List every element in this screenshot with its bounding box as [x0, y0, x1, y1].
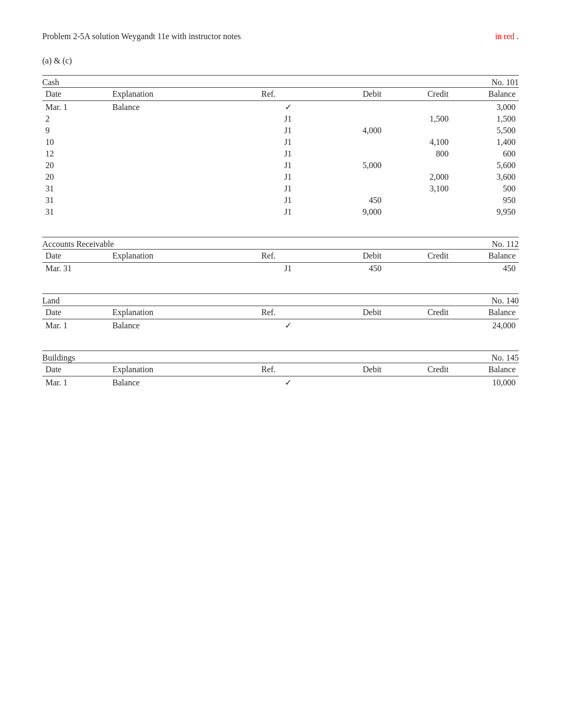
page-title-note-suffix: . [515, 32, 519, 41]
cell: J1 [258, 148, 318, 160]
ledger-table-3: DateExplanationRef.DebitCreditBalanceMar… [42, 363, 519, 389]
table-row: 31J13,100500 [42, 183, 519, 195]
col-header-credit: Credit [385, 250, 452, 263]
cell [109, 113, 258, 125]
cell [317, 183, 385, 195]
table-row: 10J14,1001,400 [42, 136, 519, 148]
cell [109, 206, 258, 218]
ledger-number-2: No. 140 [491, 296, 519, 306]
cell: 10 [42, 136, 109, 148]
table-row: 9J14,0005,500 [42, 125, 519, 136]
ledger-table-1: DateExplanationRef.DebitCreditBalanceMar… [42, 249, 519, 274]
cell [109, 171, 258, 183]
col-header-explanation: Explanation [109, 250, 258, 263]
cell: 31 [42, 195, 109, 206]
cell: 1,500 [385, 113, 452, 125]
cell: J1 [258, 195, 318, 206]
cell: 9 [42, 125, 109, 136]
table-row: Mar. 1Balance✓24,000 [42, 319, 519, 332]
cell: 450 [317, 263, 385, 275]
page-title-note: in red [495, 32, 515, 41]
col-header-balance: Balance [452, 88, 519, 101]
ledger-name-1: Accounts Receivable [42, 239, 114, 249]
cell: 2,000 [385, 171, 452, 183]
cell [317, 319, 385, 332]
col-header-date: Date [42, 306, 109, 319]
cell: Balance [109, 101, 258, 114]
cell [109, 125, 258, 136]
ledger-block-accounts-receivable: Accounts ReceivableNo. 112DateExplanatio… [42, 237, 519, 274]
cell [317, 113, 385, 125]
ledger-block-cash: CashNo. 101DateExplanationRef.DebitCredi… [42, 75, 519, 218]
cell [109, 195, 258, 206]
table-row: 20J12,0003,600 [42, 171, 519, 183]
col-header-balance: Balance [452, 363, 519, 376]
ledger-name-0: Cash [42, 78, 59, 87]
col-header-ref: Ref. [258, 88, 318, 101]
col-header-ref: Ref. [258, 250, 318, 263]
cell [385, 319, 452, 332]
cell: J1 [258, 183, 318, 195]
ledger-number-0: No. 101 [491, 78, 519, 87]
cell: 5,500 [452, 125, 519, 136]
table-row: 12J1800600 [42, 148, 519, 160]
ledger-header-0: CashNo. 101 [42, 75, 519, 87]
cell: Balance [109, 319, 258, 332]
cell: J1 [258, 125, 318, 136]
cell [109, 263, 258, 275]
cell [317, 171, 385, 183]
table-row: Mar. 1Balance✓10,000 [42, 376, 519, 389]
ledger-header-3: BuildingsNo. 145 [42, 351, 519, 363]
col-header-debit: Debit [317, 306, 385, 319]
cell: 31 [42, 206, 109, 218]
ledger-name-2: Land [42, 296, 60, 306]
page-title-note-container: in red . [495, 32, 519, 41]
cell: 4,100 [385, 136, 452, 148]
cell: 500 [452, 183, 519, 195]
cell [109, 148, 258, 160]
cell [317, 136, 385, 148]
cell: 3,600 [452, 171, 519, 183]
table-row: Mar. 1Balance✓3,000 [42, 101, 519, 114]
page-title-main: Problem 2-5A solution Weygandt 11e with … [42, 32, 241, 41]
col-header-debit: Debit [317, 88, 385, 101]
col-header-date: Date [42, 363, 109, 376]
col-header-credit: Credit [385, 306, 452, 319]
ledger-table-0: DateExplanationRef.DebitCreditBalanceMar… [42, 87, 519, 218]
section-heading: (a) & (c) [42, 56, 519, 66]
cell: 12 [42, 148, 109, 160]
cell: Mar. 1 [42, 376, 109, 389]
table-row: 31J19,0009,950 [42, 206, 519, 218]
ledger-name-3: Buildings [42, 353, 75, 363]
table-row: 20J15,0005,600 [42, 160, 519, 171]
col-header-date: Date [42, 88, 109, 101]
col-header-debit: Debit [317, 250, 385, 263]
cell: J1 [258, 263, 318, 275]
col-header-explanation: Explanation [109, 306, 258, 319]
col-header-balance: Balance [452, 250, 519, 263]
cell: 950 [452, 195, 519, 206]
cell: ✓ [258, 319, 318, 332]
cell [109, 136, 258, 148]
table-row: 2J11,5001,500 [42, 113, 519, 125]
cell: 5,000 [317, 160, 385, 171]
col-header-balance: Balance [452, 306, 519, 319]
cell: Mar. 31 [42, 263, 109, 275]
cell [385, 263, 452, 275]
cell: J1 [258, 136, 318, 148]
ledger-container: CashNo. 101DateExplanationRef.DebitCredi… [42, 75, 519, 389]
cell [109, 183, 258, 195]
ledger-number-1: No. 112 [492, 239, 519, 249]
cell [317, 376, 385, 389]
cell: 1,500 [452, 113, 519, 125]
ledger-table-2: DateExplanationRef.DebitCreditBalanceMar… [42, 306, 519, 331]
cell: 20 [42, 171, 109, 183]
col-header-explanation: Explanation [109, 363, 258, 376]
ledger-block-land: LandNo. 140DateExplanationRef.DebitCredi… [42, 293, 519, 331]
cell [317, 148, 385, 160]
cell: 450 [317, 195, 385, 206]
cell: 800 [385, 148, 452, 160]
cell: 31 [42, 183, 109, 195]
cell: Mar. 1 [42, 319, 109, 332]
ledger-number-3: No. 145 [491, 353, 519, 363]
